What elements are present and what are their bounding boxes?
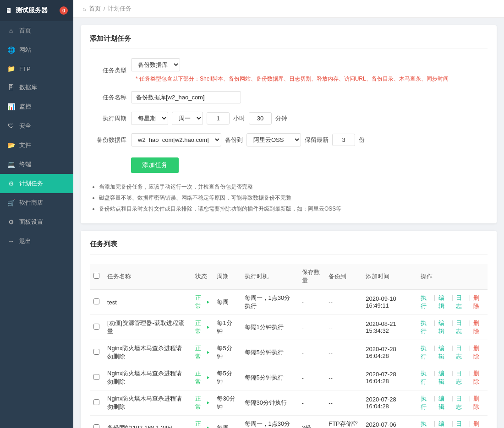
action-delete[interactable]: 删除	[473, 344, 484, 361]
action-delete[interactable]: 删除	[473, 420, 484, 428]
sidebar-item-label: 首页	[19, 27, 31, 35]
row-checkbox[interactable]	[90, 315, 104, 340]
row-select-checkbox[interactable]	[93, 374, 99, 380]
task-type-label: 任务类型	[90, 66, 126, 75]
period-select[interactable]: 每星期 每天 每月 每小时 每分钟	[131, 112, 168, 125]
sidebar-item-panel[interactable]: ⚙ 面板设置	[0, 212, 73, 232]
row-checkbox[interactable]	[90, 290, 104, 315]
action-log[interactable]: 日志	[456, 319, 466, 336]
keep-latest-label: 保留最新	[305, 136, 329, 144]
row-select-checkbox[interactable]	[93, 298, 99, 304]
row-status: 正常	[192, 340, 214, 365]
action-edit[interactable]: 编辑	[438, 420, 449, 428]
row-save-count: -	[298, 365, 325, 390]
select-all-checkbox[interactable]	[93, 273, 99, 279]
row-select-checkbox[interactable]	[93, 424, 99, 428]
week-select[interactable]: 周一 周二 周三 周四 周五 周六 周日	[172, 112, 203, 125]
row-select-checkbox[interactable]	[93, 399, 99, 405]
breadcrumb: ⌂ 首页 / 计划任务	[73, 0, 504, 18]
keep-unit: 份	[359, 136, 365, 144]
status-dot	[207, 301, 209, 303]
task-type-row: 任务类型 备份数据库 Shell脚本 备份网站 日志切割 释放内存 访问URL …	[90, 58, 488, 83]
action-edit[interactable]: 编辑	[438, 294, 449, 310]
task-name-content	[131, 91, 241, 103]
shop-icon: 🛒	[7, 199, 15, 206]
row-execute-time: 每隔1分钟执行	[241, 315, 298, 340]
action-delete[interactable]: 删除	[473, 319, 484, 336]
sidebar-item-monitor[interactable]: 📊 监控	[0, 97, 73, 116]
row-actions: 执行 | 编辑 | 日志 | 删除	[417, 416, 488, 428]
sidebar-item-terminal[interactable]: 💻 终端	[0, 155, 73, 174]
server-icon: 🖥	[5, 7, 12, 14]
backup-db-row: 备份数据库 w2_hao_com[w2.hao.com] 备份到 阿里云OSS …	[90, 133, 488, 146]
task-type-content: 备份数据库 Shell脚本 备份网站 日志切割 释放内存 访问URL 备份目录 …	[131, 58, 488, 83]
row-name: Nginx防火墙木马查杀进程请勿删除	[104, 340, 192, 365]
action-delete[interactable]: 删除	[473, 294, 484, 310]
table-header: 任务名称 状态 周期 执行时机 保存数量 备份到 添加时间 操作	[90, 264, 488, 290]
action-log[interactable]: 日志	[456, 344, 466, 361]
action-log[interactable]: 日志	[456, 294, 466, 310]
col-save-count: 保存数量	[298, 264, 325, 290]
row-actions: 执行 | 编辑 | 日志 | 删除	[417, 340, 488, 365]
col-status: 状态	[192, 264, 214, 290]
keep-latest-input[interactable]	[332, 134, 355, 146]
sidebar-title: 测试服务器	[16, 6, 48, 15]
action-delete[interactable]: 删除	[473, 395, 484, 411]
action-edit[interactable]: 编辑	[438, 369, 449, 386]
add-task-title: 添加计划任务	[90, 34, 488, 49]
action-execute[interactable]: 执行	[421, 319, 431, 336]
task-type-select[interactable]: 备份数据库 Shell脚本 备份网站 日志切割 释放内存 访问URL 备份目录 …	[131, 58, 180, 71]
action-log[interactable]: 日志	[456, 395, 466, 411]
table-row: 备份网站[192.168.1.245] 正常 每周 每周一，1点30分执行 3份…	[90, 416, 488, 428]
row-checkbox[interactable]	[90, 390, 104, 416]
sidebar-item-ftp[interactable]: 📁 FTP	[0, 60, 73, 78]
sidebar-item-shop[interactable]: 🛒 软件商店	[0, 193, 73, 212]
task-list-panel: 任务列表 任务名称 状态 周期 执行时机 保存数量 备份到 添加时间 操作 te…	[81, 231, 497, 428]
row-backup-to: --	[325, 365, 362, 390]
table-row: test 正常 每周 每周一，1点30分执行 - -- 2020-09-10 1…	[90, 290, 488, 315]
sidebar-item-logout[interactable]: → 退出	[0, 232, 73, 251]
row-select-checkbox[interactable]	[93, 324, 99, 330]
table-row: [劝僵]资源管理器-获取进程流量 正常 每1分钟 每隔1分钟执行 - -- 20…	[90, 315, 488, 340]
row-select-checkbox[interactable]	[93, 349, 99, 355]
note-item: 当添加完备份任务，应该手动运行一次，并检查备份包是否完整	[99, 181, 488, 192]
row-checkbox[interactable]	[90, 416, 104, 428]
add-task-button[interactable]: 添加任务	[131, 157, 179, 173]
row-status: 正常	[192, 290, 214, 315]
action-delete[interactable]: 删除	[473, 369, 484, 386]
sidebar-item-website[interactable]: 🌐 网站	[0, 40, 73, 60]
backup-db-select[interactable]: w2_hao_com[w2.hao.com]	[131, 133, 221, 146]
action-edit[interactable]: 编辑	[438, 344, 449, 361]
breadcrumb-home[interactable]: 首页	[89, 5, 101, 13]
status-badge: 正常	[195, 369, 210, 386]
action-edit[interactable]: 编辑	[438, 395, 449, 411]
sidebar-item-home[interactable]: ⌂ 首页	[0, 21, 73, 40]
action-edit[interactable]: 编辑	[438, 319, 449, 336]
sidebar-item-cron[interactable]: ⚙ 计划任务	[0, 174, 73, 193]
action-execute[interactable]: 执行	[421, 420, 431, 428]
row-checkbox[interactable]	[90, 365, 104, 390]
action-execute[interactable]: 执行	[421, 395, 431, 411]
sidebar: 🖥 测试服务器 0 ⌂ 首页 🌐 网站 📁 FTP 🗄 数据库 📊 监控 🛡 安…	[0, 0, 73, 428]
row-backup-to: --	[325, 290, 362, 315]
task-list-title: 任务列表	[90, 240, 488, 255]
row-backup-to: FTP存储空间	[325, 416, 362, 428]
minute-input[interactable]	[249, 112, 272, 125]
action-execute[interactable]: 执行	[421, 294, 431, 310]
main-content: ⌂ 首页 / 计划任务 添加计划任务 任务类型 备份数据库 Shell脚本 备份…	[73, 0, 504, 428]
action-log[interactable]: 日志	[456, 420, 466, 428]
action-execute[interactable]: 执行	[421, 344, 431, 361]
sidebar-item-label: 终端	[19, 160, 31, 168]
backup-to-select[interactable]: 阿里云OSS 腾讯云COS 本地磁盘 FTP存储空间	[247, 133, 301, 146]
website-icon: 🌐	[7, 46, 15, 54]
action-execute[interactable]: 执行	[421, 369, 431, 386]
sidebar-item-files[interactable]: 📂 文件	[0, 135, 73, 155]
hour-input[interactable]	[207, 112, 230, 125]
sidebar-item-security[interactable]: 🛡 安全	[0, 116, 73, 135]
row-checkbox[interactable]	[90, 340, 104, 365]
action-log[interactable]: 日志	[456, 369, 466, 386]
task-name-input[interactable]	[131, 91, 241, 103]
sidebar-item-database[interactable]: 🗄 数据库	[0, 78, 73, 97]
task-name-row: 任务名称	[90, 91, 488, 103]
row-status: 正常	[192, 315, 214, 340]
